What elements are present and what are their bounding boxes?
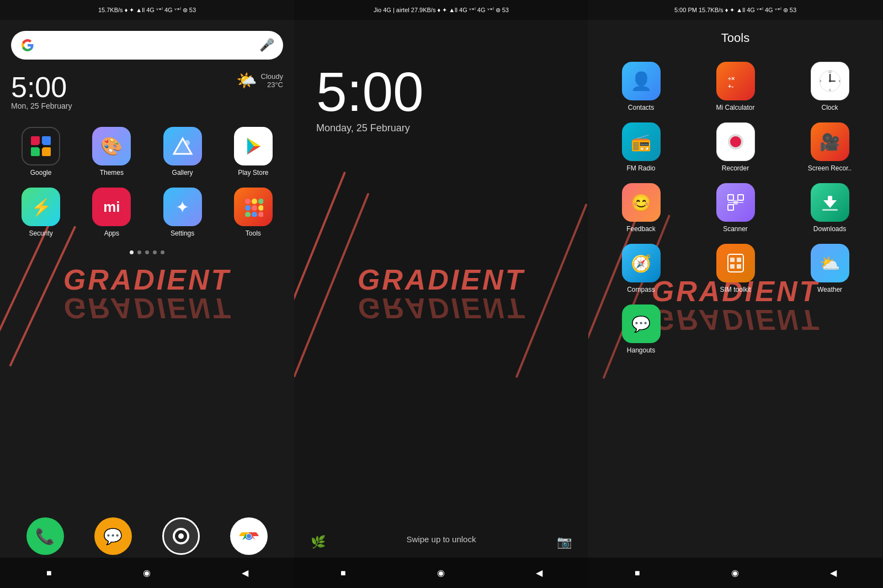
dot-1	[130, 250, 134, 254]
app-playstore-label: Play Store	[238, 169, 268, 177]
tool-simtoolkit[interactable]: SIM toolkit	[688, 238, 783, 299]
gradient-text: GRADIENT	[63, 263, 231, 296]
app-gallery-label: Gallery	[172, 169, 193, 177]
home-status-text: 15.7KB/s ♦ ✦ ▲ll 4G ᵛᵒˡ 4G ᵛᵒˡ ⊛ 53	[98, 7, 196, 14]
app-gallery-icon	[163, 127, 202, 165]
dock-phone[interactable]: 📞	[26, 517, 64, 555]
lock-gradient-watermark: GRADIENT GRADIENT	[358, 263, 525, 325]
tool-hangouts[interactable]: 💬 Hangouts	[594, 299, 688, 360]
tool-feedback[interactable]: 😊 Feedback	[594, 178, 688, 238]
tool-recorder[interactable]: Recorder	[688, 117, 783, 178]
time-weather-block: 5:00 Mon, 25 February 🌤️ Cloudy 23°C	[0, 60, 294, 110]
tool-feedback-icon: 😊	[622, 183, 661, 222]
lock-notification-icon: 🌿	[311, 535, 326, 549]
dock-chrome[interactable]	[230, 517, 268, 555]
tool-compass-icon: 🧭	[622, 244, 661, 282]
app-security[interactable]: ⚡ Security	[6, 182, 76, 243]
lock-bottom-icons: 🌿 📷	[294, 535, 588, 549]
tool-clock[interactable]: 12 3 9 6 Clock	[783, 56, 877, 117]
svg-rect-3	[42, 147, 51, 156]
svg-text:÷×: ÷×	[728, 75, 735, 82]
tools-status-text: 5:00 PM 15.7KB/s ♦ ✦ ▲ll 4G ᵛᵒˡ 4G ᵛᵒˡ ⊛…	[674, 7, 796, 14]
svg-rect-45	[730, 258, 735, 262]
tool-compass[interactable]: 🧭 Compass	[594, 238, 688, 299]
tool-downloads-icon	[811, 183, 849, 222]
tool-recorder-label: Recorder	[722, 164, 749, 172]
app-playstore[interactable]: Play Store	[218, 121, 289, 182]
dot-5	[161, 250, 164, 254]
tool-contacts-label: Contacts	[628, 104, 654, 111]
tool-calculator[interactable]: ÷× +- Mi Calculator	[688, 56, 783, 117]
svg-rect-36	[728, 195, 733, 200]
tool-scanner[interactable]: Scanner	[688, 178, 783, 238]
svg-rect-44	[728, 254, 743, 272]
app-security-label: Security	[29, 229, 52, 237]
app-tools[interactable]: Tools	[218, 182, 289, 243]
lock-nav-home[interactable]: ◉	[433, 565, 449, 581]
tool-screenrecorder-icon: 🎥	[811, 122, 849, 161]
svg-point-18	[245, 212, 251, 217]
svg-point-13	[252, 199, 257, 204]
gradient-text-mirror: GRADIENT	[63, 292, 231, 325]
tool-contacts[interactable]: 👤 Contacts	[594, 56, 688, 117]
app-gallery[interactable]: Gallery	[147, 121, 218, 182]
lock-screen: Jio 4G | airtel 27.9KB/s ♦ ✦ ▲ll 4G ᵛᵒˡ …	[294, 0, 588, 588]
lock-date: Monday, 25 February	[316, 122, 566, 134]
dot-2	[137, 250, 141, 254]
tool-compass-label: Compass	[627, 286, 655, 293]
tool-recorder-icon	[716, 122, 755, 161]
app-apps[interactable]: mi Apps	[76, 182, 147, 243]
tools-nav-back[interactable]: ◀	[825, 565, 842, 581]
tool-fmradio[interactable]: 📻 FM Radio	[594, 117, 688, 178]
tool-clock-icon: 12 3 9 6	[811, 62, 849, 100]
home-navbar: ■ ◉ ◀	[0, 558, 294, 588]
svg-rect-43	[822, 209, 838, 211]
tool-weather-label: Weather	[817, 286, 842, 293]
svg-text:12: 12	[828, 70, 832, 73]
lock-camera-shortcut[interactable]: 📷	[557, 535, 572, 549]
tool-simtoolkit-label: SIM toolkit	[720, 286, 751, 293]
app-playstore-icon	[234, 127, 273, 165]
svg-rect-1	[42, 136, 51, 145]
app-themes[interactable]: 🎨 Themes	[76, 121, 147, 182]
app-google-icon	[22, 127, 60, 165]
lock-status-text: Jio 4G | airtel 27.9KB/s ♦ ✦ ▲ll 4G ᵛᵒˡ …	[374, 7, 509, 14]
lock-nav-back[interactable]: ◀	[531, 565, 547, 581]
lock-time-block: 5:00 Monday, 25 February	[294, 20, 588, 134]
search-mic-icon[interactable]: 🎤	[259, 38, 274, 52]
tool-calculator-icon: ÷× +-	[716, 62, 755, 100]
tool-weather-icon: ⛅	[811, 244, 849, 282]
lock-statusbar: Jio 4G | airtel 27.9KB/s ♦ ✦ ▲ll 4G ᵛᵒˡ …	[294, 0, 588, 20]
nav-back[interactable]: ◀	[237, 565, 253, 581]
tool-fmradio-label: FM Radio	[626, 164, 655, 172]
dock-camera[interactable]	[162, 517, 200, 555]
dock-messages[interactable]: 💬	[94, 517, 132, 555]
tool-weather[interactable]: ⛅ Weather	[783, 238, 877, 299]
tools-app-grid: 👤 Contacts ÷× +- Mi Calculator	[588, 51, 882, 360]
svg-text:6: 6	[829, 88, 831, 92]
svg-point-14	[258, 199, 263, 204]
nav-square[interactable]: ■	[41, 565, 57, 581]
svg-text:3: 3	[838, 79, 840, 83]
weather-desc: Cloudy	[261, 72, 283, 81]
app-themes-label: Themes	[100, 169, 124, 177]
tool-downloads[interactable]: Downloads	[783, 178, 877, 238]
tool-feedback-label: Feedback	[626, 225, 656, 233]
lock-nav-square[interactable]: ■	[335, 565, 352, 581]
app-settings[interactable]: ✦ Settings	[147, 182, 218, 243]
tool-fmradio-icon: 📻	[622, 122, 661, 161]
tools-nav-square[interactable]: ■	[629, 565, 646, 581]
search-bar[interactable]: 🎤	[11, 31, 283, 60]
weather-icon: 🌤️	[236, 71, 257, 90]
lock-gradient-text: GRADIENT	[358, 263, 525, 296]
svg-point-7	[184, 140, 190, 146]
weather-temp: 23°C	[261, 81, 283, 89]
app-grid-row1: Google 🎨 Themes Gallery	[0, 110, 294, 243]
app-tools-icon	[234, 188, 273, 226]
app-google[interactable]: Google	[6, 121, 76, 182]
nav-home[interactable]: ◉	[139, 565, 155, 581]
tools-title: Tools	[588, 20, 882, 51]
app-security-icon: ⚡	[22, 188, 60, 226]
tool-screenrecorder[interactable]: 🎥 Screen Recor..	[783, 117, 877, 178]
tools-nav-home[interactable]: ◉	[727, 565, 743, 581]
